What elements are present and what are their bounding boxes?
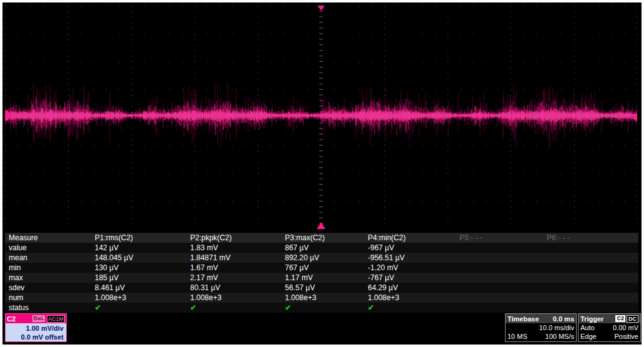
measure-column-header-p3[interactable]: P3:max(C2)	[284, 233, 367, 243]
trigger-source-badge: C2	[615, 315, 625, 322]
measure-row-label: min	[5, 263, 94, 273]
measure-value-cell: 56.57 µV	[284, 283, 367, 293]
timebase-rate-value: 100 MS/s	[545, 333, 574, 340]
measure-value-cell: 8.461 µV	[94, 283, 189, 293]
trigger-delay-marker-bottom[interactable]	[317, 222, 325, 229]
channel-descriptor-body: 1.00 mV/div 0.0 mV offset	[6, 323, 66, 341]
measure-value-cell: 867 µV	[284, 243, 367, 253]
measure-value-cell: -767 µV	[367, 273, 458, 283]
measure-row-max: max185 µV2.17 mV1.17 mV-767 µV	[5, 273, 638, 283]
measure-row-label: num	[5, 293, 94, 303]
trigger-level-marker[interactable]	[632, 114, 637, 122]
measure-value-cell: -1.20 mV	[367, 263, 458, 273]
timebase-scale-value: 10.0 ms/div	[539, 324, 574, 331]
trigger-time-marker-top[interactable]	[317, 6, 325, 11]
measure-value-cell: 142 µV	[94, 243, 189, 253]
measure-column-header-p2[interactable]: P2:pkpk(C2)	[189, 233, 284, 243]
measure-row-label: mean	[5, 253, 94, 263]
measure-column-header-p6[interactable]: P6:- - -	[545, 233, 638, 243]
measure-value-cell: -956.51 µV	[367, 253, 458, 263]
measure-row-mean: mean148.045 µV1.84871 mV892.20 µV-956.51…	[5, 253, 638, 263]
measure-row-label: value	[5, 243, 94, 253]
measure-status-cell: ✔	[284, 303, 367, 313]
measure-row-label: sdev	[5, 283, 94, 293]
measure-value-cell: 1.008e+3	[284, 293, 367, 303]
channel-name-label: C2	[7, 315, 16, 323]
measure-status-cell: ✔	[189, 303, 284, 313]
measure-value-cell: -967 µV	[367, 243, 458, 253]
measure-value-cell: 1.008e+3	[367, 293, 458, 303]
measure-column-header-p1[interactable]: P1:rms(C2)	[94, 233, 189, 243]
measure-column-header-p4[interactable]: P4:min(C2)	[367, 233, 458, 243]
measure-row-num: num1.008e+31.008e+31.008e+31.008e+3	[5, 293, 638, 303]
timebase-samples-value: 10 MS	[507, 333, 527, 340]
measure-column-header-p5[interactable]: P5:- - -	[458, 233, 545, 243]
timebase-scale-row: 10.0 ms/div	[506, 323, 576, 332]
trigger-box[interactable]: Trigger C2 DC Auto 0.00 mV Edge Positive	[578, 313, 641, 342]
measure-row-sdev: sdev8.461 µV80.31 µV56.57 µV64.29 µV	[5, 283, 638, 293]
measure-row-label: max	[5, 273, 94, 283]
measure-value-cell: 1.008e+3	[94, 293, 189, 303]
measure-status-cell: ✔	[94, 303, 189, 313]
measure-value-cell: 130 µV	[94, 263, 189, 273]
timebase-title: Timebase	[507, 315, 539, 323]
graticule-and-trace	[5, 6, 637, 229]
trigger-header: Trigger C2 DC	[579, 314, 640, 323]
channel-descriptor-header: C2 BwL AC1M	[6, 314, 66, 323]
measure-header-row: MeasureP1:rms(C2)P2:pkpk(C2)P3:max(C2)P4…	[5, 233, 638, 243]
trigger-mode-value: Auto	[580, 324, 595, 331]
channel-descriptor-c2[interactable]: C2 BwL AC1M 1.00 mV/div 0.0 mV offset	[5, 313, 67, 342]
measure-row-status: status✔✔✔✔	[5, 303, 638, 313]
timebase-position-value: 0.0 ms	[553, 315, 574, 323]
measure-value-cell: 2.17 mV	[189, 273, 284, 283]
measure-value-cell: 80.31 µV	[189, 283, 284, 293]
measure-value-cell: 1.67 mV	[189, 263, 284, 273]
measure-table: MeasureP1:rms(C2)P2:pkpk(C2)P3:max(C2)P4…	[5, 233, 638, 313]
measure-value-cell: 1.008e+3	[189, 293, 284, 303]
measure-status-cell: ✔	[367, 303, 458, 313]
timebase-box[interactable]: Timebase 0.0 ms 10.0 ms/div 10 MS 100 MS…	[505, 313, 577, 342]
scope-screen: MeasureP1:rms(C2)P2:pkpk(C2)P3:max(C2)P4…	[2, 2, 642, 345]
trigger-type-value: Edge	[580, 333, 597, 340]
channel-offset-value: 0.0 mV offset	[6, 333, 64, 341]
measure-value-cell: 892.20 µV	[284, 253, 367, 263]
measure-table-title: Measure	[5, 233, 94, 243]
scope-application-window: MeasureP1:rms(C2)P2:pkpk(C2)P3:max(C2)P4…	[0, 0, 644, 347]
coupling-badge: AC1M	[47, 315, 65, 323]
trigger-slope-value: Positive	[614, 333, 638, 340]
measure-row-value: value142 µV1.83 mV867 µV-967 µV	[5, 243, 638, 253]
trigger-title: Trigger	[580, 315, 603, 323]
bandwidth-limit-badge: BwL	[32, 315, 45, 322]
measure-row-min: min130 µV1.67 mV767 µV-1.20 mV	[5, 263, 638, 273]
measure-value-cell: 767 µV	[284, 263, 367, 273]
timebase-header: Timebase 0.0 ms	[506, 314, 576, 323]
trigger-mode-row: Auto 0.00 mV	[579, 323, 640, 332]
measure-value-cell: 148.045 µV	[94, 253, 189, 263]
waveform-display[interactable]	[5, 6, 637, 229]
measure-value-cell: 1.84871 mV	[189, 253, 284, 263]
timebase-sampling-row: 10 MS 100 MS/s	[506, 332, 576, 341]
trigger-coupling-badge: DC	[627, 315, 638, 323]
measure-row-label: status	[5, 303, 94, 313]
trigger-type-row: Edge Positive	[579, 332, 640, 341]
measure-value-cell: 185 µV	[94, 273, 189, 283]
trigger-level-value: 0.00 mV	[613, 324, 638, 331]
channel-scale-value: 1.00 mV/div	[6, 324, 64, 333]
measure-value-cell: 1.17 mV	[284, 273, 367, 283]
measure-value-cell: 1.83 mV	[189, 243, 284, 253]
measure-value-cell: 64.29 µV	[367, 283, 458, 293]
